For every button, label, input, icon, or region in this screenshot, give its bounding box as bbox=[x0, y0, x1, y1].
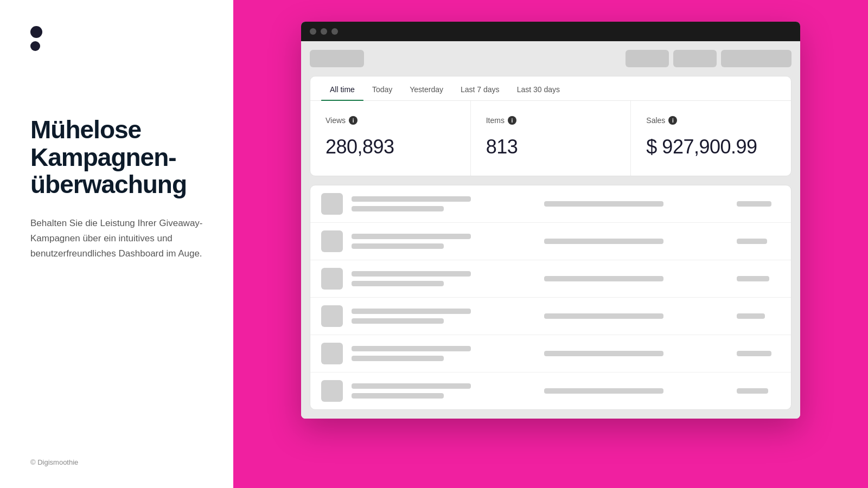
stat-views-value: 280,893 bbox=[326, 136, 455, 158]
toolbar-btn-2[interactable] bbox=[673, 50, 717, 67]
tab-today[interactable]: Today bbox=[363, 76, 401, 100]
tabs-row: All time Today Yesterday Last 7 days Las… bbox=[310, 76, 791, 101]
stats-card: All time Today Yesterday Last 7 days Las… bbox=[310, 76, 792, 176]
row-lines-3 bbox=[352, 271, 535, 286]
logo bbox=[30, 26, 203, 51]
stat-items: Items i 813 bbox=[471, 101, 631, 176]
row-line-right bbox=[737, 313, 765, 319]
row-right-4 bbox=[737, 313, 780, 319]
row-line-short bbox=[352, 393, 444, 399]
row-right-3 bbox=[737, 276, 780, 281]
stat-sales: Sales i $ 927,900.99 bbox=[631, 101, 791, 176]
row-line-short bbox=[352, 243, 444, 249]
row-lines-5 bbox=[352, 346, 535, 361]
row-line-short bbox=[352, 318, 444, 324]
row-col-2c bbox=[544, 276, 728, 281]
browser-window: All time Today Yesterday Last 7 days Las… bbox=[301, 22, 800, 419]
logo-dot-bottom bbox=[30, 41, 40, 51]
copyright: © Digismoothie bbox=[30, 458, 78, 466]
row-line-long bbox=[352, 196, 471, 202]
row-line-short bbox=[352, 281, 444, 286]
row-line-right bbox=[737, 276, 769, 281]
row-thumbnail bbox=[321, 305, 343, 327]
row-line-right bbox=[737, 351, 771, 356]
browser-dot-3 bbox=[331, 28, 338, 35]
row-line-long bbox=[352, 346, 471, 351]
row-thumbnail bbox=[321, 193, 343, 215]
stats-row: Views i 280,893 Items i 813 bbox=[310, 101, 791, 176]
right-panel: All time Today Yesterday Last 7 days Las… bbox=[233, 0, 868, 488]
views-info-icon[interactable]: i bbox=[349, 116, 358, 125]
row-thumbnail bbox=[321, 380, 343, 402]
table-row[interactable] bbox=[310, 260, 791, 298]
row-line-right bbox=[737, 239, 767, 244]
row-line-col2 bbox=[544, 239, 663, 244]
browser-dot-2 bbox=[321, 28, 327, 35]
tab-last-7-days[interactable]: Last 7 days bbox=[452, 76, 508, 100]
stat-views: Views i 280,893 bbox=[310, 101, 471, 176]
toolbar-btn-3[interactable] bbox=[721, 50, 792, 67]
table-row[interactable] bbox=[310, 373, 791, 409]
page-headline: Mühelose Kampagnen-überwachung bbox=[30, 116, 203, 198]
stat-items-label: Items i bbox=[486, 116, 616, 125]
table-row[interactable] bbox=[310, 335, 791, 373]
row-line-col2 bbox=[544, 351, 663, 356]
row-line-long bbox=[352, 309, 471, 314]
row-col-2f bbox=[544, 388, 728, 394]
row-line-long bbox=[352, 271, 471, 277]
tab-all-time[interactable]: All time bbox=[321, 76, 363, 100]
row-line-col2 bbox=[544, 201, 663, 207]
table-row[interactable] bbox=[310, 185, 791, 223]
toolbar-right bbox=[626, 50, 792, 67]
row-line-col2 bbox=[544, 313, 663, 319]
row-line-short bbox=[352, 356, 444, 361]
row-col-2d bbox=[544, 313, 728, 319]
stat-views-label: Views i bbox=[326, 116, 455, 125]
browser-dot-1 bbox=[310, 28, 316, 35]
row-line-long bbox=[352, 234, 471, 239]
row-line-right bbox=[737, 201, 771, 207]
browser-content: All time Today Yesterday Last 7 days Las… bbox=[301, 41, 800, 419]
row-right-6 bbox=[737, 388, 780, 394]
row-line-right bbox=[737, 388, 768, 394]
row-lines-2 bbox=[352, 234, 535, 249]
sales-info-icon[interactable]: i bbox=[668, 116, 677, 125]
row-line-long bbox=[352, 383, 471, 389]
row-right-2 bbox=[737, 239, 780, 244]
row-line-col2 bbox=[544, 276, 663, 281]
stat-sales-label: Sales i bbox=[646, 116, 776, 125]
row-col-2e bbox=[544, 351, 728, 356]
row-lines-6 bbox=[352, 383, 535, 399]
row-line-col2 bbox=[544, 388, 663, 394]
stat-sales-value: $ 927,900.99 bbox=[646, 136, 776, 158]
toolbar-row bbox=[310, 50, 792, 67]
row-col-2a bbox=[544, 201, 728, 207]
row-right-1 bbox=[737, 201, 780, 207]
table-row[interactable] bbox=[310, 223, 791, 260]
row-thumbnail bbox=[321, 343, 343, 364]
table-row[interactable] bbox=[310, 298, 791, 335]
table-card bbox=[310, 185, 792, 410]
left-panel: Mühelose Kampagnen-überwachung Behalten … bbox=[0, 0, 233, 488]
toolbar-btn-1[interactable] bbox=[626, 50, 669, 67]
row-thumbnail bbox=[321, 268, 343, 290]
browser-topbar bbox=[301, 22, 800, 41]
page-subtext: Behalten Sie die Leistung Ihrer Giveaway… bbox=[30, 216, 203, 261]
row-line-short bbox=[352, 206, 444, 211]
row-lines-1 bbox=[352, 196, 535, 211]
items-info-icon[interactable]: i bbox=[508, 116, 516, 125]
stat-items-value: 813 bbox=[486, 136, 616, 158]
row-lines-4 bbox=[352, 309, 535, 324]
logo-dot-top bbox=[30, 26, 42, 38]
toolbar-skeleton-left bbox=[310, 50, 364, 67]
row-right-5 bbox=[737, 351, 780, 356]
tab-last-30-days[interactable]: Last 30 days bbox=[508, 76, 569, 100]
tab-yesterday[interactable]: Yesterday bbox=[401, 76, 452, 100]
row-thumbnail bbox=[321, 230, 343, 252]
row-col-2b bbox=[544, 239, 728, 244]
